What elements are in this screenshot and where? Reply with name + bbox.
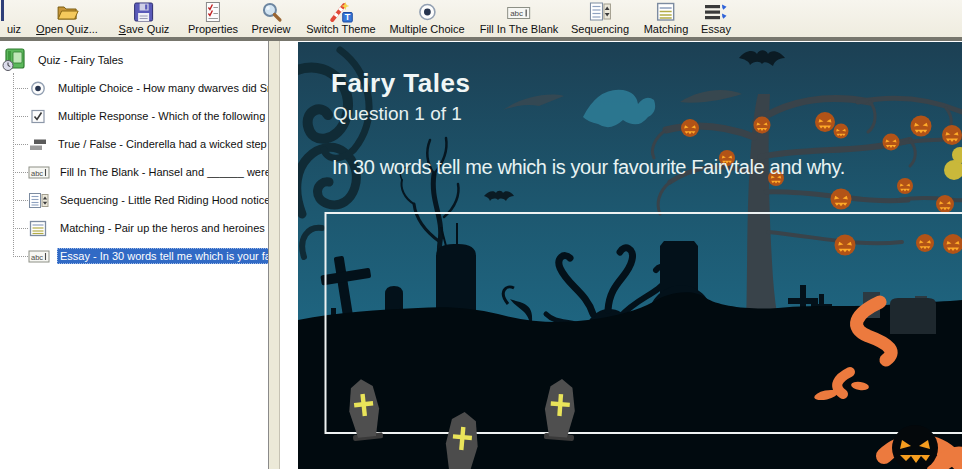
preview-label: Preview — [251, 23, 290, 35]
properties-label: Properties — [188, 23, 238, 35]
far-grave-slab — [890, 298, 936, 334]
switch-theme-button[interactable]: T Switch Theme — [306, 1, 376, 37]
save-floppy-icon — [133, 1, 155, 23]
svg-text:T: T — [344, 12, 350, 22]
svg-text:abc: abc — [31, 168, 43, 177]
tree-item-label: True / False - Cinderella had a wicked s… — [55, 136, 269, 152]
multiple-choice-button[interactable]: Multiple Choice — [389, 1, 464, 37]
tree-item-multiple-choice[interactable]: Multiple Choice - How many dwarves did S… — [0, 74, 268, 102]
fill-in-the-blank-label: Fill In The Blank — [480, 23, 559, 35]
properties-button[interactable]: Properties — [188, 1, 238, 37]
tree-item-label-selected: Essay - In 30 words tell me which is you… — [57, 248, 269, 264]
tree-item-essay[interactable]: abc Essay - In 30 words tell me which is… — [0, 242, 268, 270]
question-tree-panel: Quiz - Fairy Tales Multiple Choice - How… — [0, 41, 269, 469]
magnifier-icon — [260, 1, 282, 23]
abc-textbox-icon: abc — [28, 164, 50, 181]
matching-button[interactable]: Matching — [644, 1, 689, 37]
svg-text:abc: abc — [510, 9, 523, 18]
abc-textbox-icon: abc — [28, 248, 50, 265]
matching-table-icon — [28, 220, 50, 237]
svg-text:abc: abc — [31, 252, 43, 261]
checkbox-icon — [28, 108, 48, 125]
properties-checklist-icon — [203, 1, 223, 23]
essay-lines-icon — [703, 1, 729, 23]
sequencing-button[interactable]: Sequencing — [571, 1, 629, 37]
radio-button-icon — [416, 1, 438, 23]
tree-item-label: Fill In The Blank - Hansel and ______ we… — [57, 164, 269, 180]
tree-item-sequencing[interactable]: Sequencing - Little Red Riding Hood noti… — [0, 186, 268, 214]
panel-splitter[interactable] — [269, 41, 280, 469]
toolbar: uiz Open Quiz... — [0, 0, 962, 41]
radio-button-icon — [28, 80, 48, 97]
new-quiz-button[interactable]: uiz — [7, 1, 21, 37]
main-area: Quiz - Fairy Tales Multiple Choice - How… — [0, 41, 962, 469]
magic-wand-icon: T — [329, 1, 353, 23]
tree-item-multiple-response[interactable]: Multiple Response - Which of the followi… — [0, 102, 268, 130]
essay-label: Essay — [701, 23, 731, 35]
tree-item-true-false[interactable]: True / False - Cinderella had a wicked s… — [0, 130, 268, 158]
switch-theme-label: Switch Theme — [306, 23, 376, 35]
open-quiz-label: Open Quiz... — [36, 23, 98, 35]
save-quiz-label: Save Quiz — [119, 23, 170, 35]
quiz-book-clock-icon — [2, 48, 28, 72]
matching-table-icon — [654, 1, 678, 23]
tree-root-label: Quiz - Fairy Tales — [35, 52, 126, 68]
preview-button[interactable]: Preview — [251, 1, 290, 37]
sequencing-list-icon — [28, 192, 50, 209]
slide-question-text: In 30 words tell me which is your favour… — [332, 156, 845, 179]
fill-in-the-blank-button[interactable]: abc Fill In The Blank — [480, 1, 559, 37]
new-quiz-label: uiz — [7, 23, 21, 35]
open-quiz-button[interactable]: Open Quiz... — [36, 1, 98, 37]
quiz-builder-window: uiz Open Quiz... — [0, 0, 962, 469]
save-quiz-button[interactable]: Save Quiz — [119, 1, 170, 37]
tree-item-label: Matching - Pair up the heros and heroine… — [57, 220, 268, 236]
new-quiz-icon — [1, 0, 4, 21]
tree-item-label: Sequencing - Little Red Riding Hood noti… — [57, 192, 269, 208]
tree-item-matching[interactable]: Matching - Pair up the heros and heroine… — [0, 214, 268, 242]
matching-label: Matching — [644, 23, 689, 35]
quiz-slide-preview: Fairy Tales Question 1 of 1 In 30 words … — [298, 42, 962, 469]
tree-item-label: Multiple Choice - How many dwarves did S… — [55, 80, 269, 96]
tree-root-quiz[interactable]: Quiz - Fairy Tales — [0, 46, 268, 74]
essay-button[interactable]: Essay — [701, 1, 731, 37]
tree-item-fill-in-the-blank[interactable]: abc Fill In The Blank - Hansel and _____… — [0, 158, 268, 186]
slide-title: Fairy Tales — [331, 68, 470, 99]
preview-panel: Fairy Tales Question 1 of 1 In 30 words … — [280, 41, 962, 469]
sequencing-list-icon — [588, 1, 612, 23]
multiple-choice-label: Multiple Choice — [389, 23, 464, 35]
slide-progress: Question 1 of 1 — [333, 103, 462, 125]
true-false-bars-icon — [28, 136, 48, 153]
abc-textbox-icon: abc — [506, 1, 532, 23]
open-folder-icon — [55, 1, 79, 23]
tree-item-label: Multiple Response - Which of the followi… — [55, 108, 268, 124]
sequencing-label: Sequencing — [571, 23, 629, 35]
